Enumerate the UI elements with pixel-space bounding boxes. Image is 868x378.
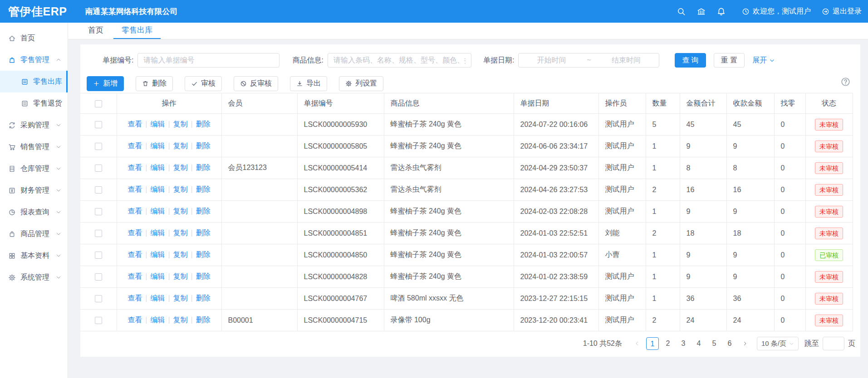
page-1-button[interactable]: 1	[646, 337, 659, 350]
search-icon[interactable]	[671, 7, 691, 16]
add-button[interactable]: 新增	[87, 76, 124, 91]
tab-home[interactable]: 首页	[79, 23, 113, 39]
table-body: 查看|编辑|复制|删除LSCK00000005930蜂蜜柚子茶 240g 黄色2…	[80, 114, 853, 331]
action-view-link[interactable]: 查看	[128, 185, 142, 193]
action-view-link[interactable]: 查看	[128, 142, 142, 150]
action-copy-link[interactable]: 复制	[173, 120, 188, 128]
reset-button[interactable]: 重 置	[714, 53, 745, 68]
action-view-link[interactable]: 查看	[128, 229, 142, 237]
unaudit-button[interactable]: 反审核	[234, 76, 278, 91]
tab-retail-outbound[interactable]: 零售出库	[113, 23, 162, 39]
row-checkbox[interactable]	[95, 186, 102, 194]
search-button[interactable]: 查 询	[675, 53, 706, 68]
jump-page-input[interactable]	[823, 337, 844, 350]
action-copy-link[interactable]: 复制	[173, 185, 188, 193]
action-copy-link[interactable]: 复制	[173, 294, 188, 302]
sidebar-item-label: 商品管理	[20, 229, 49, 239]
sidebar-item-report-query[interactable]: 报表查询	[0, 201, 68, 223]
row-checkbox[interactable]	[95, 230, 102, 237]
select-all-checkbox[interactable]	[95, 100, 102, 107]
sidebar-item-basic-data[interactable]: 基本资料	[0, 245, 68, 267]
action-delete-link[interactable]: 删除	[196, 272, 211, 280]
action-edit-link[interactable]: 编辑	[150, 251, 165, 258]
row-checkbox[interactable]	[95, 121, 102, 128]
action-view-link[interactable]: 查看	[128, 294, 142, 302]
action-view-link[interactable]: 查看	[128, 120, 142, 128]
action-delete-link[interactable]: 删除	[196, 185, 211, 193]
expand-link[interactable]: 展开	[752, 56, 775, 65]
action-delete-link[interactable]: 删除	[196, 251, 211, 258]
action-view-link[interactable]: 查看	[128, 164, 142, 171]
action-edit-link[interactable]: 编辑	[150, 207, 165, 215]
page-size-select[interactable]: 10 条/页	[757, 337, 799, 350]
action-delete-link[interactable]: 删除	[196, 294, 211, 302]
sidebar-item-retail-return[interactable]: 零售退货	[0, 92, 68, 114]
page-2-button[interactable]: 2	[662, 337, 674, 350]
action-delete-link[interactable]: 删除	[196, 120, 211, 128]
action-edit-link[interactable]: 编辑	[150, 142, 165, 150]
action-copy-link[interactable]: 复制	[173, 207, 188, 215]
sidebar-item-warehouse-management[interactable]: 仓库管理	[0, 158, 68, 179]
action-delete-link[interactable]: 删除	[196, 316, 211, 324]
action-edit-link[interactable]: 编辑	[150, 120, 165, 128]
page-6-button[interactable]: 6	[723, 337, 736, 350]
prev-page-button[interactable]	[631, 337, 643, 350]
action-delete-link[interactable]: 删除	[196, 207, 211, 215]
bell-icon[interactable]	[711, 7, 731, 16]
date-range-picker[interactable]: 开始时间 ~ 结束时间	[518, 53, 659, 68]
sidebar-item-retail-outbound[interactable]: 零售出库	[0, 71, 68, 92]
action-copy-link[interactable]: 复制	[173, 142, 188, 150]
sidebar-item-home[interactable]: 首页	[0, 27, 68, 49]
action-copy-link[interactable]: 复制	[173, 272, 188, 280]
row-checkbox[interactable]	[95, 143, 102, 150]
page-4-button[interactable]: 4	[692, 337, 705, 350]
action-delete-link[interactable]: 删除	[196, 229, 211, 237]
sidebar-item-purchase-management[interactable]: 采购管理	[0, 114, 68, 136]
sidebar-item-finance-management[interactable]: 财务管理	[0, 179, 68, 201]
date-end-placeholder[interactable]: 结束时间	[593, 56, 659, 65]
delete-button[interactable]: 删除	[136, 76, 173, 91]
row-checkbox[interactable]	[95, 165, 102, 172]
date-start-placeholder[interactable]: 开始时间	[519, 56, 584, 65]
cell-product: 蜂蜜柚子茶 240g 黄色	[384, 114, 514, 136]
page-5-button[interactable]: 5	[708, 337, 721, 350]
row-checkbox[interactable]	[95, 273, 102, 281]
action-copy-link[interactable]: 复制	[173, 229, 188, 237]
action-view-link[interactable]: 查看	[128, 251, 142, 258]
next-page-button[interactable]	[739, 337, 751, 350]
action-edit-link[interactable]: 编辑	[150, 164, 165, 171]
action-view-link[interactable]: 查看	[128, 272, 142, 280]
product-info-input[interactable]	[328, 53, 471, 68]
action-edit-link[interactable]: 编辑	[150, 185, 165, 193]
sidebar-item-product-management[interactable]: 商品管理	[0, 223, 68, 245]
action-view-link[interactable]: 查看	[128, 207, 142, 215]
columns-button[interactable]: 列设置	[339, 76, 383, 91]
sidebar-item-sales-management[interactable]: 销售管理	[0, 136, 68, 158]
action-edit-link[interactable]: 编辑	[150, 272, 165, 280]
trash-icon	[142, 80, 149, 87]
action-delete-link[interactable]: 删除	[196, 164, 211, 171]
action-edit-link[interactable]: 编辑	[150, 229, 165, 237]
sidebar-item-retail-management[interactable]: 零售管理	[0, 49, 68, 71]
action-edit-link[interactable]: 编辑	[150, 294, 165, 302]
sidebar-item-system-management[interactable]: 系统管理	[0, 267, 68, 288]
page-3-button[interactable]: 3	[677, 337, 690, 350]
action-delete-link[interactable]: 删除	[196, 142, 211, 150]
row-checkbox[interactable]	[95, 208, 102, 215]
row-checkbox[interactable]	[95, 295, 102, 302]
audit-button[interactable]: 审核	[185, 76, 222, 91]
action-copy-link[interactable]: 复制	[173, 164, 188, 171]
export-button[interactable]: 导出	[290, 76, 327, 91]
row-checkbox[interactable]	[95, 252, 102, 259]
action-copy-link[interactable]: 复制	[173, 316, 188, 324]
action-edit-link[interactable]: 编辑	[150, 316, 165, 324]
logout-button[interactable]: 退出登录	[822, 7, 862, 16]
action-view-link[interactable]: 查看	[128, 316, 142, 324]
question-circle-icon[interactable]	[841, 77, 850, 87]
row-checkbox[interactable]	[95, 317, 102, 324]
bank-icon[interactable]	[691, 7, 711, 16]
welcome-user[interactable]: 欢迎您，测试用户	[742, 7, 811, 16]
app-logo: 管伊佳ERP	[8, 4, 67, 19]
bill-no-input[interactable]	[137, 53, 280, 68]
action-copy-link[interactable]: 复制	[173, 251, 188, 258]
